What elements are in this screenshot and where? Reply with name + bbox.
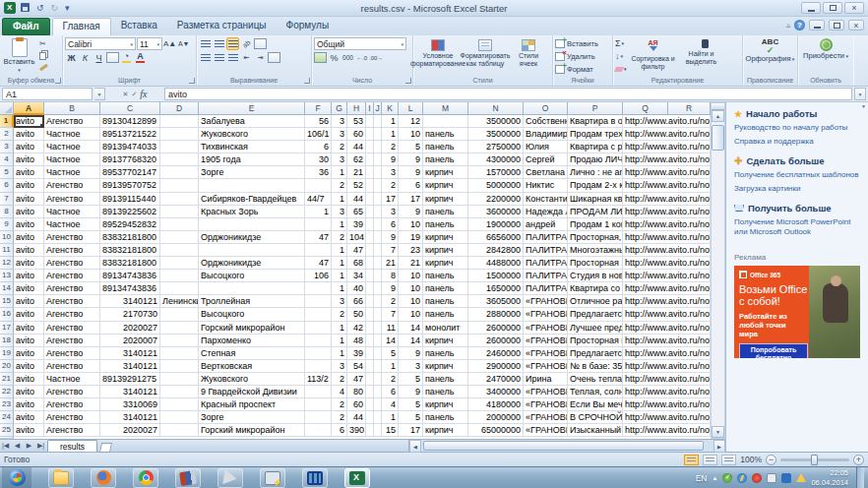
cell-F8[interactable]: 1 xyxy=(305,206,332,218)
cell-O2[interactable]: Владимир xyxy=(524,128,568,141)
cell-D16[interactable] xyxy=(160,308,199,321)
cell-D11[interactable] xyxy=(160,244,199,257)
cell-P6[interactable]: Продам 2-х ко xyxy=(568,179,623,192)
cell-K4[interactable]: 9 xyxy=(382,153,399,166)
cell-B2[interactable]: Частное xyxy=(44,128,100,141)
cell-E25[interactable]: Горский микрорайон xyxy=(199,424,305,437)
cell-O3[interactable]: Юлия xyxy=(524,141,568,153)
cell-C21[interactable]: 89139291275 xyxy=(100,373,160,386)
cell-O17[interactable]: «ГРАНОВИТ» xyxy=(524,322,568,335)
cell-N4[interactable]: 4300000 xyxy=(468,153,524,166)
conditional-formatting-button[interactable]: Условное форматирование xyxy=(415,37,461,67)
cell-G4[interactable]: 3 xyxy=(332,153,347,166)
horizontal-scrollbar[interactable]: ◀ ▶ xyxy=(408,440,725,452)
cell-O25[interactable]: «ГРАНОВИТ» xyxy=(524,424,568,437)
cell-J23[interactable] xyxy=(374,398,382,411)
row-header-17[interactable]: 17 xyxy=(0,322,14,335)
cell-C8[interactable]: 89139225602 xyxy=(100,206,160,218)
cell-M8[interactable]: панель xyxy=(423,206,468,218)
cell-F18[interactable] xyxy=(305,335,332,347)
cell-Q3[interactable]: http://www.avito.ru/nov xyxy=(623,141,711,153)
cell-G1[interactable]: 3 xyxy=(332,115,347,128)
row-header-3[interactable]: 3 xyxy=(0,141,14,153)
cell-O15[interactable]: «ГРАНОВИТ» xyxy=(524,295,568,308)
cell-J21[interactable] xyxy=(374,373,382,386)
cell-N9[interactable]: 1900000 xyxy=(468,218,524,231)
insert-function-button[interactable]: fx xyxy=(140,89,147,99)
cell-H23[interactable]: 60 xyxy=(347,398,366,411)
cell-J12[interactable] xyxy=(374,257,382,270)
column-header-Q[interactable]: Q xyxy=(623,102,668,115)
cell-L22[interactable]: 9 xyxy=(399,386,423,398)
cell-I4[interactable] xyxy=(366,153,374,166)
tray-power-icon[interactable] xyxy=(737,473,747,483)
cell-B10[interactable]: Агенство xyxy=(44,231,100,244)
row-header-22[interactable]: 22 xyxy=(0,386,14,398)
cell-F22[interactable] xyxy=(305,386,332,398)
cell-F7[interactable]: 44/7 xyxy=(305,193,332,206)
name-box[interactable]: A1 xyxy=(2,88,93,100)
cell-P19[interactable]: Предлагается xyxy=(568,347,623,360)
cell-G16[interactable]: 2 xyxy=(332,308,347,321)
cell-F2[interactable]: 106/1 xyxy=(305,128,332,141)
cell-N22[interactable]: 3400000 xyxy=(468,386,524,398)
cell-A7[interactable]: avito xyxy=(14,193,44,206)
cell-A2[interactable]: avito xyxy=(14,128,44,141)
cell-I25[interactable] xyxy=(366,424,374,437)
cell-L18[interactable]: 14 xyxy=(399,335,423,347)
column-header-A[interactable]: A xyxy=(14,102,44,115)
format-painter-button[interactable] xyxy=(38,62,60,73)
taskbar-explorer-button[interactable] xyxy=(48,468,74,488)
cell-P15[interactable]: Отличное расп xyxy=(568,295,623,308)
cell-D10[interactable] xyxy=(160,231,199,244)
cell-K24[interactable]: 1 xyxy=(382,411,399,424)
cell-M19[interactable]: панель xyxy=(423,347,468,360)
cell-D13[interactable] xyxy=(160,270,199,282)
cell-N13[interactable]: 1500000 xyxy=(468,270,524,282)
cell-K7[interactable]: 17 xyxy=(382,193,399,206)
cell-A22[interactable]: avito xyxy=(14,386,44,398)
cell-H5[interactable]: 21 xyxy=(347,166,366,179)
cell-Q15[interactable]: http://www.avito.ru/nov xyxy=(623,295,711,308)
cell-O14[interactable]: ПАЛИТРА xyxy=(524,282,568,295)
cell-H2[interactable]: 60 xyxy=(347,128,366,141)
cell-K21[interactable]: 2 xyxy=(382,373,399,386)
cell-D19[interactable] xyxy=(160,347,199,360)
cell-I6[interactable] xyxy=(366,179,374,192)
cell-K6[interactable]: 2 xyxy=(382,179,399,192)
cell-G14[interactable]: 1 xyxy=(332,282,347,295)
cell-styles-button[interactable]: Стили ячеек xyxy=(510,37,547,67)
cell-M2[interactable]: панель xyxy=(423,128,468,141)
cell-H11[interactable]: 47 xyxy=(347,244,366,257)
cell-M21[interactable]: панель xyxy=(423,373,468,386)
cell-B23[interactable]: Агенство xyxy=(44,398,100,411)
cell-D9[interactable] xyxy=(160,218,199,231)
cell-J5[interactable] xyxy=(374,166,382,179)
cell-K12[interactable]: 21 xyxy=(382,257,399,270)
cell-E24[interactable]: Зорге xyxy=(199,411,305,424)
row-header-16[interactable]: 16 xyxy=(0,308,14,321)
vertical-scroll-thumb[interactable] xyxy=(712,125,724,151)
column-header-P[interactable]: P xyxy=(568,102,623,115)
zoom-slider-thumb[interactable] xyxy=(811,455,818,465)
tray-red-status-icon[interactable] xyxy=(752,473,762,483)
cell-M4[interactable]: панель xyxy=(423,153,468,166)
cell-C22[interactable]: 3140121 xyxy=(100,386,160,398)
cell-J8[interactable] xyxy=(374,206,382,218)
cell-I3[interactable] xyxy=(366,141,374,153)
cell-G3[interactable]: 2 xyxy=(332,141,347,153)
cell-E23[interactable]: Красный проспект xyxy=(199,398,305,411)
cell-C17[interactable]: 2020027 xyxy=(100,322,160,335)
cell-M6[interactable]: кирпич xyxy=(423,179,468,192)
cell-A13[interactable]: avito xyxy=(14,270,44,282)
row-header-23[interactable]: 23 xyxy=(0,398,14,411)
cell-P21[interactable]: Очень теплая xyxy=(568,373,623,386)
cell-Q18[interactable]: http://www.avito.ru/nov xyxy=(623,335,711,347)
cell-G5[interactable]: 1 xyxy=(332,166,347,179)
tray-blue-app-icon[interactable] xyxy=(781,473,791,483)
cell-M12[interactable]: кирпич xyxy=(423,257,468,270)
cell-B14[interactable]: Агенство xyxy=(44,282,100,295)
cell-H8[interactable]: 65 xyxy=(347,206,366,218)
taskbar-remote-pc-button[interactable] xyxy=(260,468,285,488)
cell-L19[interactable]: 9 xyxy=(399,347,423,360)
